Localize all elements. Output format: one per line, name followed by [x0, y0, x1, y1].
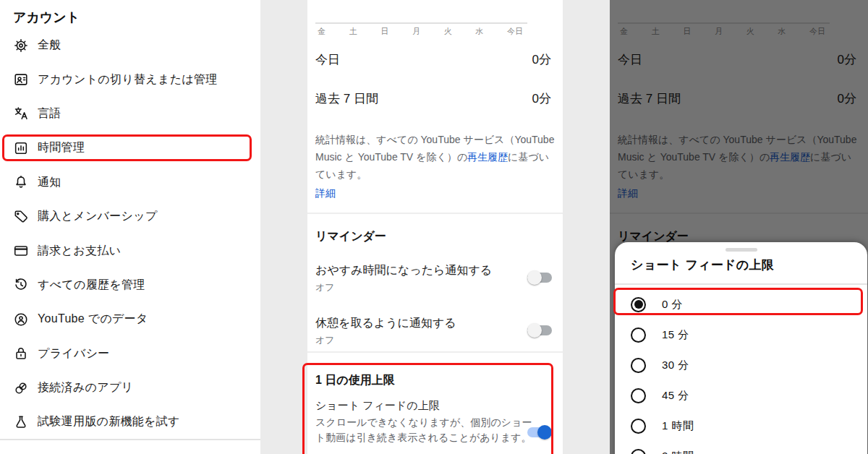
- settings-sidebar: アカウント 全般 アカウントの切り替えまたは管理: [0, 0, 260, 454]
- sheet-title: ショート フィードの上限: [631, 257, 774, 273]
- option-label: 15 分: [662, 328, 689, 342]
- account-switch-icon: [13, 72, 29, 87]
- break-reminder-label: 休憩を取るように通知する: [315, 316, 456, 331]
- stat-row-week: 過去 7 日間 0分: [315, 90, 551, 107]
- lock-icon: [13, 346, 29, 361]
- stat-row-today: 今日 0分: [315, 51, 551, 68]
- sidebar-item-label: 試験運用版の新機能を試す: [38, 414, 180, 429]
- person-box-icon: [13, 312, 29, 327]
- radio-selected-icon[interactable]: [631, 297, 646, 312]
- bedtime-reminder-status: オフ: [315, 281, 335, 294]
- stat-label: 今日: [315, 51, 340, 68]
- sidebar-item-label: 請求とお支払い: [38, 244, 121, 259]
- time-watched-icon: [13, 140, 29, 156]
- sidebar-item-general[interactable]: 全般: [0, 28, 260, 62]
- time-watched-screen-dimmed: 金 土 日 月 火 水 今日 今日 0分 過去 7 日間 0分 統計情報は、すべ…: [610, 0, 868, 454]
- sidebar-item-label: 通知: [38, 175, 61, 190]
- translate-icon: [13, 106, 29, 121]
- sidebar-item-experiments[interactable]: 試験運用版の新機能を試す: [0, 405, 260, 439]
- sidebar-item-your-data[interactable]: YouTube でのデータ: [0, 302, 260, 336]
- limit-options-list: 0 分 15 分 30 分 45 分 1 時間: [615, 289, 867, 454]
- sheet-drag-handle[interactable]: [726, 248, 757, 252]
- option-45-min[interactable]: 45 分: [615, 380, 867, 411]
- shorts-limit-description: スクロールできなくなりますが、個別のショート動画は引き続き表示されることがありま…: [315, 415, 534, 445]
- radio-icon[interactable]: [631, 327, 646, 343]
- youtube-time-watched-settings: アカウント 全般 アカウントの切り替えまたは管理: [0, 0, 868, 454]
- option-0-min[interactable]: 0 分: [615, 289, 867, 320]
- sidebar-item-language[interactable]: 言語: [0, 97, 260, 131]
- day-label: 月: [412, 26, 420, 37]
- sidebar-item-billing[interactable]: 請求とお支払い: [0, 234, 260, 267]
- section-divider: [307, 213, 563, 214]
- radio-icon[interactable]: [631, 388, 646, 403]
- sidebar-item-switch-accounts[interactable]: アカウントの切り替えまたは管理: [0, 62, 260, 96]
- history-icon: [13, 277, 29, 293]
- tag-icon: [13, 209, 29, 225]
- details-link[interactable]: 詳細: [315, 187, 336, 200]
- shorts-limit-bottom-sheet: ショート フィードの上限 0 分 15 分 30 分 45 分: [615, 242, 867, 454]
- connected-apps-icon: [13, 380, 29, 396]
- day-label: 土: [349, 26, 357, 37]
- flask-icon: [13, 414, 29, 430]
- sidebar-item-label: 購入とメンバーシップ: [38, 209, 158, 224]
- sidebar-item-label: 時間管理: [38, 140, 85, 155]
- option-label: 2 時間: [662, 450, 694, 454]
- day-label: 火: [444, 26, 452, 37]
- sidebar-item-notifications[interactable]: 通知: [0, 166, 260, 200]
- option-15-min[interactable]: 15 分: [615, 320, 867, 350]
- chart-day-labels: 金 土 日 月 火 水 今日: [318, 26, 523, 37]
- credit-card-icon: [13, 243, 29, 259]
- watch-history-link[interactable]: 再生履歴: [467, 151, 508, 163]
- option-label: 30 分: [662, 359, 689, 372]
- bell-icon: [13, 174, 29, 190]
- shorts-limit-label: ショート フィードの上限: [315, 399, 440, 413]
- day-label: 水: [475, 26, 483, 37]
- day-label: 日: [380, 26, 388, 37]
- stat-value: 0分: [532, 51, 551, 68]
- radio-icon[interactable]: [631, 419, 646, 434]
- break-reminder-toggle[interactable]: [527, 323, 552, 338]
- sidebar-item-purchases[interactable]: 購入とメンバーシップ: [0, 200, 260, 234]
- sidebar-item-label: プライバシー: [38, 346, 110, 361]
- sidebar-item-label: アカウントの切り替えまたは管理: [38, 72, 218, 87]
- sidebar-item-privacy[interactable]: プライバシー: [0, 337, 260, 371]
- radio-icon[interactable]: [631, 358, 646, 373]
- sidebar-item-label: 全般: [38, 38, 61, 53]
- sidebar-item-label: 言語: [38, 106, 61, 121]
- sidebar-item-connected-apps[interactable]: 接続済みのアプリ: [0, 371, 260, 405]
- day-label: 金: [318, 26, 326, 37]
- sidebar-divider: [0, 439, 260, 440]
- bedtime-reminder-label: おやすみ時間になったら通知する: [315, 263, 492, 278]
- reminders-title: リマインダー: [315, 229, 386, 244]
- gear-icon: [13, 38, 29, 53]
- option-label: 45 分: [662, 389, 689, 403]
- sidebar-item-time-watched[interactable]: 時間管理: [0, 131, 260, 165]
- stats-note: 統計情報は、すべての YouTube サービス（YouTube Music と …: [315, 131, 556, 183]
- option-30-min[interactable]: 30 分: [615, 350, 867, 380]
- option-2-hour[interactable]: 2 時間: [615, 441, 867, 454]
- sidebar-title: アカウント: [13, 9, 80, 26]
- break-reminder-status: オフ: [315, 334, 335, 347]
- daily-limit-title: 1 日の使用上限: [315, 373, 395, 388]
- option-label: 0 分: [662, 298, 683, 312]
- stat-label: 過去 7 日間: [315, 90, 378, 107]
- sidebar-item-label: YouTube でのデータ: [38, 312, 148, 327]
- option-1-hour[interactable]: 1 時間: [615, 411, 867, 441]
- chart-baseline: [315, 22, 527, 24]
- bedtime-reminder-toggle[interactable]: [527, 270, 552, 285]
- sidebar-item-history[interactable]: すべての履歴を管理: [0, 268, 260, 302]
- option-label: 1 時間: [662, 419, 694, 433]
- sidebar-item-label: 接続済みのアプリ: [38, 380, 133, 395]
- shorts-limit-toggle[interactable]: [527, 425, 552, 440]
- day-label: 今日: [507, 26, 523, 37]
- sheet-divider: [615, 283, 867, 285]
- sidebar-item-label: すべての履歴を管理: [38, 278, 145, 293]
- time-watched-screen: 金 土 日 月 火 水 今日 今日 0分 過去 7 日間 0分 統計情報は、すべ…: [307, 0, 563, 454]
- section-divider: [307, 351, 563, 353]
- radio-icon[interactable]: [631, 449, 646, 454]
- sidebar-menu: 全般 アカウントの切り替えまたは管理 言語: [0, 28, 260, 440]
- stat-value: 0分: [532, 90, 551, 107]
